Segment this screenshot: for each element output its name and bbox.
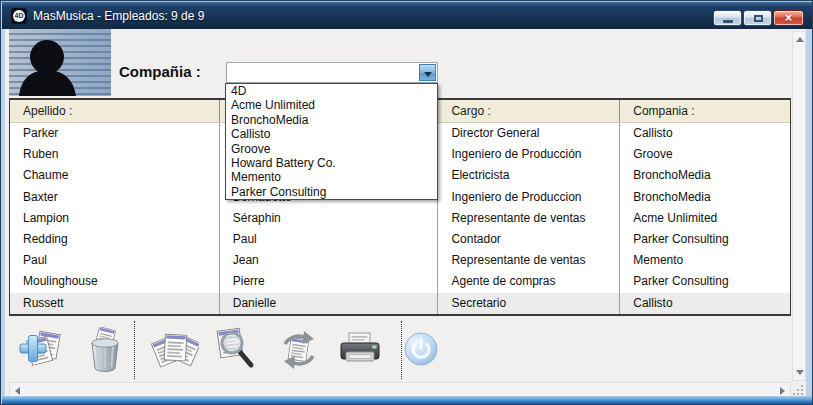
chevron-down-icon [424,72,432,77]
cell-apellido[interactable]: Lampion [10,208,220,229]
header-cargo[interactable]: Cargo : [438,100,620,122]
dropdown-option[interactable]: Groove [226,142,437,156]
company-filter-label: Compañia : [119,63,201,80]
cell-apellido[interactable]: Chaume [10,165,220,186]
search-records-button[interactable] [212,327,260,375]
cell-compania[interactable]: Parker Consulting [620,229,790,250]
table-row[interactable]: Paul Jean Representante de ventas Mement… [10,250,790,271]
cell-apellido[interactable]: Parker [10,123,220,144]
cell-cargo[interactable]: Agente de compras [438,271,620,292]
refresh-icon [275,327,323,375]
quit-button[interactable] [403,331,443,371]
toolbar-separator [134,321,135,379]
cell-compania[interactable]: Groove [620,144,790,165]
dropdown-option[interactable]: 4D [226,84,437,98]
content-area: Compañia : 4D Acme Unlimited BronchoMedi… [5,29,806,398]
cell-cargo[interactable]: Representante de ventas [438,250,620,271]
add-record-icon [17,327,65,375]
table-row[interactable]: Lampion Séraphin Representante de ventas… [10,208,790,229]
cell-nombre[interactable]: Paul [220,229,439,250]
scroll-right-icon[interactable] [780,387,785,395]
cell-compania[interactable]: Memento [620,250,790,271]
cell-compania[interactable]: BronchoMedia [620,165,790,186]
close-icon: × [774,11,803,25]
cell-compania[interactable]: Acme Unlimited [620,208,790,229]
app-window: 4D MasMusica - Empleados: 9 de 9 × Compa… [0,0,813,405]
window-controls: × [713,10,804,26]
cell-nombre[interactable]: Séraphin [220,208,439,229]
delete-record-button[interactable] [82,327,130,375]
cell-cargo[interactable]: Representante de ventas [438,208,620,229]
employee-photo [9,29,111,96]
cell-apellido[interactable]: Baxter [10,187,220,208]
records-stack-icon [151,327,199,375]
window-title: MasMusica - Empleados: 9 de 9 [33,2,204,30]
header-compania[interactable]: Compania : [620,100,790,122]
table-row[interactable]: Russett Danielle Secretario Callisto [10,293,790,314]
minimize-icon [723,20,733,23]
cell-nombre[interactable]: Pierre [220,271,439,292]
printer-icon [336,327,384,375]
cell-apellido[interactable]: Ruben [10,144,220,165]
table-row[interactable]: Moulinghouse Pierre Agente de compras Pa… [10,271,790,292]
person-silhouette-icon [9,29,111,96]
combobox-dropdown-button[interactable] [419,64,436,81]
cell-cargo[interactable]: Ingeniero de Producción [438,144,620,165]
titlebar[interactable]: 4D MasMusica - Empleados: 9 de 9 × [2,1,813,29]
dropdown-option[interactable]: Howard Battery Co. [226,156,437,170]
cell-cargo[interactable]: Ingeniero de Produccion [438,187,620,208]
app-logo-icon: 4D [11,8,27,24]
company-combobox[interactable] [226,62,438,83]
resize-grip[interactable] [792,382,806,397]
window-bottom-border [2,396,813,404]
close-button[interactable]: × [773,10,804,26]
cell-cargo[interactable]: Secretario [438,293,620,314]
refresh-records-button[interactable] [275,327,323,375]
maximize-button[interactable] [743,10,772,26]
cell-cargo[interactable]: Director General [438,123,620,144]
power-icon [403,331,439,367]
scroll-up-icon[interactable] [796,37,804,42]
company-dropdown-list: 4D Acme Unlimited BronchoMedia Callisto … [225,83,438,200]
header-apellido[interactable]: Apellido : [10,100,220,122]
cell-nombre[interactable]: Jean [220,250,439,271]
horizontal-scrollbar[interactable] [9,382,791,397]
add-record-button[interactable] [17,327,65,375]
dropdown-option[interactable]: Callisto [226,127,437,141]
dropdown-option[interactable]: Memento [226,170,437,184]
cell-nombre[interactable]: Danielle [220,293,439,314]
vertical-scrollbar[interactable] [792,31,806,381]
cell-apellido[interactable]: Russett [10,293,220,314]
cell-cargo[interactable]: Electricista [438,165,620,186]
minimize-button[interactable] [713,10,742,26]
cell-compania[interactable]: Callisto [620,123,790,144]
cell-apellido[interactable]: Moulinghouse [10,271,220,292]
maximize-icon [754,15,763,22]
dropdown-option[interactable]: BronchoMedia [226,113,437,127]
scroll-left-icon[interactable] [15,387,20,395]
table-row[interactable]: Redding Paul Contador Parker Consulting [10,229,790,250]
cell-compania[interactable]: Parker Consulting [620,271,790,292]
cell-compania[interactable]: Callisto [620,293,790,314]
cell-compania[interactable]: BronchoMedia [620,187,790,208]
toolbar-separator [401,321,402,379]
show-all-records-button[interactable] [151,327,199,375]
cell-apellido[interactable]: Redding [10,229,220,250]
cell-cargo[interactable]: Contador [438,229,620,250]
search-icon [212,327,260,375]
dropdown-option[interactable]: Parker Consulting [226,185,437,199]
print-button[interactable] [336,327,384,375]
scroll-down-icon[interactable] [796,370,804,375]
trash-icon [82,327,130,375]
cell-apellido[interactable]: Paul [10,250,220,271]
dropdown-option[interactable]: Acme Unlimited [226,98,437,112]
